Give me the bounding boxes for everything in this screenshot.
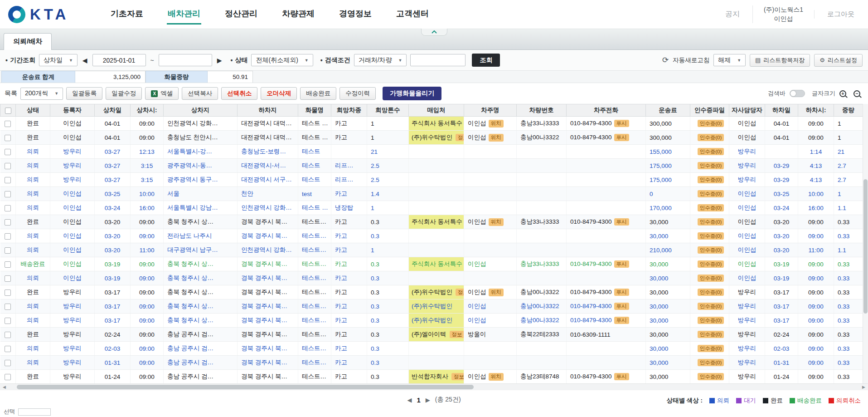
header-collapse-button[interactable] [421,29,447,36]
tab-request-dispatch[interactable]: 의뢰/배차 [4,33,52,50]
select-all-checkbox[interactable] [5,108,11,114]
table-row[interactable]: 의뢰방우리03-273:15광주광역시 동구…대전광역시 서구…테스트리프…2.… [0,173,863,187]
table-row[interactable]: 의뢰이인섭03-1909:00충북 청주시 상…경북 경주시 북…테스트…카고0… [0,271,863,285]
receipt-badge[interactable]: 인수증(0) [698,176,724,184]
scroll-right-icon[interactable]: ▶ [859,385,868,389]
location-badge[interactable]: 위치 [489,289,504,296]
column-header-등록자[interactable]: 등록자 [50,104,95,117]
nav-item-정산관리[interactable]: 정산관리 [224,5,258,25]
receipt-badge[interactable]: 인수증(0) [698,162,724,170]
row-checkbox[interactable] [5,360,11,366]
horizontal-scrollbar[interactable]: ◀ ▶ [0,383,868,390]
receipt-badge[interactable]: 인수증(0) [698,148,724,156]
autorefresh-select[interactable]: 해제▼ [713,54,746,66]
toolbar-button-수정이력[interactable]: 수정이력 [339,87,376,100]
table-row[interactable]: 의뢰방우리03-2712:13서울특별시-강…충청남도-보령…테스트21155,… [0,145,863,159]
row-checkbox[interactable] [5,275,11,282]
column-header-상차시:[interactable]: 상차시: [131,104,164,117]
nav-item-배차관리[interactable]: 배차관리 [167,5,201,25]
row-checkbox[interactable] [5,163,11,169]
horizontal-scrollbar-thumb[interactable] [17,385,474,389]
toolbar-button-선택취소[interactable]: 선택취소 [221,87,257,100]
column-header-매입처[interactable]: 매입처 [409,104,464,117]
receipt-badge[interactable]: 인수증(0) [698,246,724,254]
info-badge[interactable]: 정보 [456,289,464,296]
row-checkbox[interactable] [5,219,11,226]
column-header-희망차종[interactable]: 희망차종 [331,104,367,117]
push-badge[interactable]: 푸시 [614,120,629,128]
column-header-희망톤수[interactable]: 희망톤수 [367,104,409,117]
status-select[interactable]: 전체(취소제외)▼ [251,54,313,66]
search-condition-select[interactable]: 거래처/차량▼ [354,54,407,66]
date-next-button[interactable]: ▶ [216,57,223,64]
column-header-차주전화[interactable]: 차주전화 [567,104,646,117]
location-badge[interactable]: 위치 [489,373,504,381]
table-row[interactable]: 완료방우리03-1709:00충북 청주시 상…경북 경주시 북…테스트…카고0… [0,285,863,299]
info-badge[interactable]: 정보 [451,373,464,381]
push-badge[interactable]: 푸시 [614,303,629,310]
receipt-badge[interactable]: 인수증(0) [698,260,724,268]
date-to-input[interactable] [159,54,212,66]
upload-freight-button[interactable]: 가맹화물올리기 [383,87,441,100]
receipt-badge[interactable]: 인수증(0) [698,134,724,142]
receipt-badge[interactable]: 인수증(0) [698,331,724,339]
column-header-운송료[interactable]: 운송료 [646,104,690,117]
row-checkbox[interactable] [5,247,11,254]
receipt-badge[interactable]: 인수증(0) [698,204,724,212]
info-badge[interactable]: 정보 [450,331,464,339]
table-row[interactable]: 의뢰방우리02-0309:00충남 공주시 검…경북 경주시 북…테스트…카고0… [0,342,863,356]
table-row[interactable]: 의뢰방우리01-3109:00충남 공주시 검…경북 경주시 북…테스트…카고0… [0,356,863,370]
receipt-badge[interactable]: 인수증(0) [698,232,724,240]
nav-item-경영정보[interactable]: 경영정보 [338,5,373,25]
table-row[interactable]: 의뢰이인섭03-2510:00서울천안test카고1.40인수증(0)이인섭03… [0,187,863,201]
table-row[interactable]: 의뢰이인섭03-2416:00서울특별시 강남…인천광역시 강화…테스트 …냉장… [0,201,863,215]
row-checkbox[interactable] [5,318,11,324]
row-checkbox[interactable] [5,261,11,268]
column-header-상차지[interactable]: 상차지 [164,104,238,117]
search-input[interactable] [410,54,466,66]
push-badge[interactable]: 푸시 [614,373,629,381]
info-badge[interactable]: 정보 [456,134,464,142]
searchbar-toggle[interactable] [790,90,805,97]
row-checkbox[interactable] [5,135,11,141]
kta-logo[interactable]: KTA [8,6,104,23]
column-header-인수증파일[interactable]: 인수증파일 [690,104,729,117]
page-number[interactable]: 1 [417,396,420,404]
period-select[interactable]: 상차일▼ [39,54,78,66]
row-checkbox[interactable] [5,191,11,197]
notice-link[interactable]: 공지 [713,10,752,19]
date-prev-button[interactable]: ◀ [81,57,89,64]
receipt-badge[interactable]: 인수증(0) [698,359,724,367]
push-badge[interactable]: 푸시 [614,317,629,324]
push-badge[interactable]: 푸시 [614,260,629,268]
vertical-scrollbar[interactable] [863,104,868,383]
receipt-badge[interactable]: 인수증(0) [698,289,724,296]
receipt-badge[interactable]: 인수증(0) [698,218,724,226]
save-list-columns-button[interactable]: ▤리스트항목저장 [750,54,810,67]
toolbar-button-배송완료[interactable]: 배송완료 [300,87,336,100]
list-settings-button[interactable]: ⚙리스트설정 [814,54,863,67]
row-checkbox[interactable] [5,233,11,240]
row-checkbox[interactable] [5,289,11,296]
column-header-하차시:[interactable]: 하차시: [798,104,834,117]
row-checkbox[interactable] [5,346,11,352]
push-badge[interactable]: 푸시 [614,218,629,226]
vertical-scrollbar-thumb[interactable] [863,179,868,314]
row-checkbox[interactable] [5,304,11,310]
nav-item-고객센터[interactable]: 고객센터 [395,5,430,25]
row-checkbox[interactable] [5,121,11,127]
receipt-badge[interactable]: 인수증(0) [698,345,724,353]
row-checkbox[interactable] [5,374,11,380]
table-row[interactable]: 의뢰이인섭03-2011:00대구광역시 남구…인천광역시 강화…테스트…카고1… [0,243,863,257]
row-checkbox[interactable] [5,205,11,211]
receipt-badge[interactable]: 인수증(0) [698,373,724,381]
receipt-badge[interactable]: 인수증(0) [698,317,724,324]
toolbar-button-엑셀[interactable]: X엑셀 [145,87,179,100]
table-row[interactable]: 의뢰이인섭03-2009:00전라남도 나주시경북 경주시 북…테스트…카고0.… [0,229,863,243]
table-row[interactable]: 완료방우리01-2409:00충남 공주시 검…경북 경주시 북…테스트…카고0… [0,370,863,384]
toolbar-button-선택복사[interactable]: 선택복사 [182,87,218,100]
row-checkbox[interactable] [5,332,11,338]
location-badge[interactable]: 위치 [489,218,504,226]
search-button[interactable]: 조회 [472,54,500,67]
date-from-input[interactable]: 2025-01-01 [92,54,146,66]
